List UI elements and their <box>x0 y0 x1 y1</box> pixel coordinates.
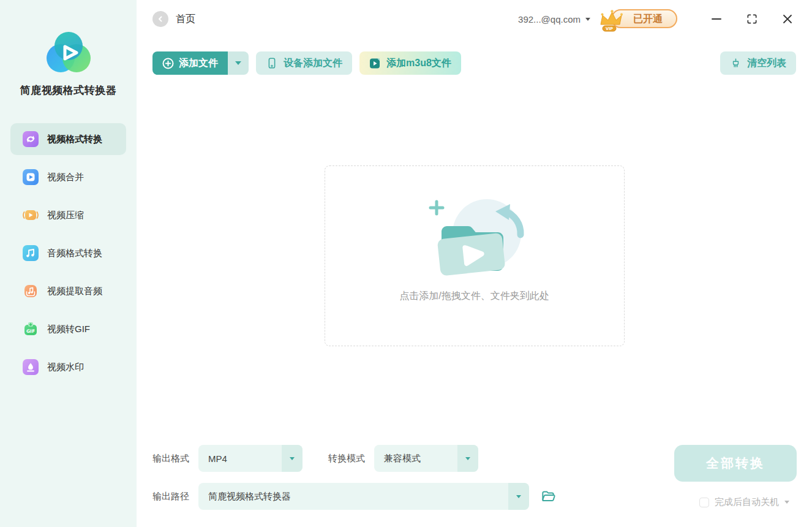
sidebar-item-label: 音频格式转换 <box>47 248 102 259</box>
clear-list-button[interactable]: 清空列表 <box>720 51 796 75</box>
back-button[interactable] <box>152 11 168 27</box>
vip-crown-icon: VIP <box>595 7 623 36</box>
sidebar-item-audio-convert[interactable]: 音频格式转换 <box>10 237 126 269</box>
dropzone-hint: 点击添加/拖拽文件、文件夹到此处 <box>399 290 549 303</box>
add-file-label: 添加文件 <box>179 57 218 70</box>
sidebar-item-video-compress[interactable]: 视频压缩 <box>10 199 126 231</box>
auto-shutdown-checkbox[interactable] <box>699 498 709 507</box>
select-arrow <box>508 483 529 510</box>
main-area: 首页 392...@qq.com VIP 已开通 <box>137 0 812 527</box>
close-icon <box>781 13 794 25</box>
watermark-icon <box>23 359 39 375</box>
convert-mode-label: 转换模式 <box>328 453 365 464</box>
sidebar-item-label: 视频压缩 <box>47 210 84 221</box>
video-merge-icon <box>23 169 39 185</box>
add-from-device-button[interactable]: 设备添加文件 <box>256 51 352 75</box>
sidebar-item-video-convert[interactable]: 视频格式转换 <box>10 123 126 155</box>
svg-text:VIP: VIP <box>606 26 613 31</box>
chevron-down-icon <box>516 495 521 498</box>
output-format-label: 输出格式 <box>152 453 189 464</box>
chevron-down-icon <box>235 61 241 65</box>
page-title: 首页 <box>176 13 195 26</box>
convert-mode-select[interactable]: 兼容模式 <box>374 445 478 472</box>
add-file-dropdown[interactable] <box>228 51 249 75</box>
m3u8-file-icon <box>369 58 381 69</box>
output-format-value: MP4 <box>198 453 282 464</box>
sidebar-item-label: 视频提取音频 <box>47 286 102 297</box>
select-arrow <box>282 445 303 472</box>
sidebar-item-watermark[interactable]: 视频水印 <box>10 351 126 383</box>
audio-convert-icon <box>23 245 39 261</box>
chevron-down-icon <box>290 457 295 460</box>
close-button[interactable] <box>781 13 794 25</box>
minimize-button[interactable] <box>710 13 723 25</box>
sidebar: 简鹿视频格式转换器 视频格式转换 视频合并 <box>0 0 137 527</box>
output-panel: 输出格式 MP4 转换模式 兼容模式 输出路径 简鹿视频格式转换器 <box>137 445 812 527</box>
auto-shutdown-label: 完成后自动关机 <box>715 496 779 508</box>
account-chevron-down-icon[interactable] <box>585 18 590 21</box>
convert-mode-value: 兼容模式 <box>374 453 457 464</box>
output-path-select[interactable]: 简鹿视频格式转换器 <box>198 483 529 510</box>
add-m3u8-button[interactable]: 添加m3u8文件 <box>359 51 461 75</box>
back-arrow-icon <box>156 15 165 23</box>
output-path-label: 输出路径 <box>152 491 189 502</box>
output-format-select[interactable]: MP4 <box>198 445 303 472</box>
minimize-icon <box>710 13 723 25</box>
svg-text:GIF: GIF <box>26 328 35 334</box>
convert-all-button[interactable]: 全部转换 <box>674 445 797 482</box>
sidebar-item-extract-audio[interactable]: 视频提取音频 <box>10 275 126 307</box>
maximize-button[interactable] <box>746 13 758 25</box>
add-file-button[interactable]: 添加文件 <box>152 51 228 75</box>
app-title: 简鹿视频格式转换器 <box>0 83 137 97</box>
select-arrow <box>457 445 478 472</box>
titlebar: 首页 392...@qq.com VIP 已开通 <box>137 0 812 38</box>
broom-icon <box>730 58 742 69</box>
sidebar-item-video-merge[interactable]: 视频合并 <box>10 161 126 193</box>
phone-icon <box>266 57 278 69</box>
plus-circle-icon <box>162 58 174 69</box>
file-dropzone[interactable]: 点击添加/拖拽文件、文件夹到此处 <box>325 165 625 346</box>
add-m3u8-label: 添加m3u8文件 <box>386 57 451 70</box>
sidebar-item-label: 视频水印 <box>47 362 84 373</box>
sidebar-item-label: 视频格式转换 <box>47 134 102 145</box>
clear-list-label: 清空列表 <box>747 57 786 70</box>
toolbar: 添加文件 设备添加文件 添加m3u8文件 <box>152 51 796 75</box>
folder-open-icon <box>540 488 556 504</box>
video-convert-icon <box>23 131 39 147</box>
app-logo-icon <box>47 32 91 74</box>
sidebar-item-label: 视频合并 <box>47 172 84 183</box>
output-path-value: 简鹿视频格式转换器 <box>198 491 508 502</box>
folder-illustration-icon <box>413 195 536 281</box>
browse-folder-button[interactable] <box>540 488 556 504</box>
vip-badge[interactable]: VIP 已开通 <box>611 13 677 26</box>
video-compress-icon <box>23 207 39 223</box>
sidebar-menu: 视频格式转换 视频合并 视频压缩 <box>0 123 137 383</box>
chevron-down-icon <box>465 457 470 460</box>
extract-audio-icon <box>23 283 39 299</box>
sidebar-item-label: 视频转GIF <box>47 324 90 335</box>
video-to-gif-icon: GIF <box>23 321 39 337</box>
maximize-icon <box>746 13 758 25</box>
account-email[interactable]: 392...@qq.com <box>518 14 581 25</box>
add-from-device-label: 设备添加文件 <box>284 57 342 70</box>
auto-shutdown-toggle[interactable]: 完成后自动关机 <box>699 496 789 508</box>
sidebar-item-video-to-gif[interactable]: GIF 视频转GIF <box>10 313 126 345</box>
chevron-down-icon[interactable] <box>784 501 789 504</box>
